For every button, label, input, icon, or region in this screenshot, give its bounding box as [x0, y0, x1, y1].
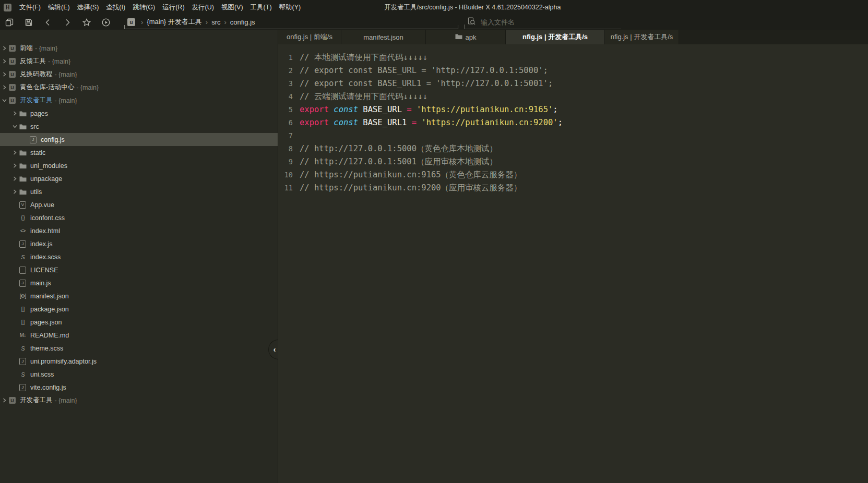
- code-editor[interactable]: 1// 本地测试请使用下面代码↓↓↓↓↓2// export const BAS…: [278, 44, 868, 483]
- tree-item[interactable]: Jmain.js: [0, 276, 278, 289]
- menu-item[interactable]: 工具(T): [247, 0, 276, 15]
- code-token: const: [334, 105, 358, 114]
- menu-item[interactable]: 跳转(G): [129, 0, 159, 15]
- chevron-right-icon[interactable]: [1, 85, 8, 90]
- tree-item-label: unpackage: [30, 175, 62, 183]
- run-icon[interactable]: [100, 17, 112, 28]
- code-line[interactable]: 10// https://putianikun.cn:9165（黄色仓库云服务器…: [278, 168, 868, 182]
- tree-item[interactable]: unpackage: [0, 172, 278, 185]
- tree-item-label: package.json: [30, 306, 69, 313]
- tree-item[interactable]: utils: [0, 185, 278, 198]
- tree-item-label: pages.json: [30, 319, 62, 326]
- tree-item[interactable]: VApp.vue: [0, 198, 278, 211]
- code-token: [412, 105, 417, 114]
- save-icon[interactable]: [23, 17, 34, 28]
- tree-item[interactable]: <>index.html: [0, 224, 278, 237]
- tree-item[interactable]: { }iconfont.css: [0, 211, 278, 224]
- forward-icon[interactable]: [62, 17, 73, 28]
- tree-item-label: uni.scss: [30, 371, 54, 378]
- tree-item[interactable]: static: [0, 146, 278, 159]
- editor-tab[interactable]: nfig.js | 开发者工具/s: [605, 30, 679, 44]
- code-line[interactable]: 7: [278, 129, 868, 142]
- editor-tab[interactable]: apk: [426, 30, 506, 44]
- tree-item[interactable]: [⚙]manifest.json: [0, 289, 278, 303]
- menu-item[interactable]: 编辑(E): [44, 0, 74, 15]
- uniapp-project-icon: u: [127, 18, 135, 26]
- tree-item[interactable]: Stheme.scss: [0, 342, 278, 355]
- tab-label: nfig.js | 开发者工具/s: [522, 32, 588, 42]
- uniapp-project-icon: U: [8, 397, 17, 404]
- tree-item[interactable]: U前端 - {main}: [0, 42, 278, 55]
- tree-item[interactable]: [ ]package.json: [0, 303, 278, 316]
- tree-item[interactable]: M↓README.md: [0, 329, 278, 342]
- breadcrumb-separator: ›: [141, 18, 143, 26]
- chevron-right-icon[interactable]: [1, 398, 8, 403]
- tree-item[interactable]: Jvite.config.js: [0, 381, 278, 394]
- chevron-down-icon[interactable]: [1, 98, 8, 103]
- tree-item-label: main.js: [30, 280, 51, 287]
- code-line[interactable]: 4// 云端测试请使用下面代码↓↓↓↓↓: [278, 90, 868, 103]
- tree-item[interactable]: U黄色仓库-活动中心 - {main}: [0, 81, 278, 94]
- favorite-star-icon[interactable]: [81, 17, 92, 28]
- tree-item[interactable]: U开发者工具 - {main}: [0, 394, 278, 407]
- tree-item[interactable]: Suni.scss: [0, 368, 278, 381]
- editor-tab[interactable]: manifest.json: [341, 30, 426, 44]
- breadcrumb-segment[interactable]: config.js: [230, 18, 255, 26]
- menu-item[interactable]: 文件(F): [16, 0, 44, 15]
- breadcrumb-segment[interactable]: {main} 开发者工具: [147, 17, 201, 27]
- code-token: 'https://putianikun.cn:9200': [421, 118, 557, 127]
- code-line[interactable]: 1// 本地测试请使用下面代码↓↓↓↓↓: [278, 51, 868, 64]
- find-in-files-icon: [468, 17, 475, 27]
- chevron-right-icon[interactable]: [11, 111, 18, 116]
- tree-item[interactable]: pages: [0, 107, 278, 120]
- file-search[interactable]: [465, 16, 621, 29]
- chevron-right-icon[interactable]: [11, 176, 18, 181]
- tree-item[interactable]: U反馈工具 - {main}: [0, 55, 278, 68]
- chevron-right-icon[interactable]: [1, 59, 8, 64]
- tree-item[interactable]: src: [0, 120, 278, 133]
- code-line[interactable]: 3// export const BASE_URL1 = 'http://127…: [278, 77, 868, 90]
- uniapp-project-icon: U: [8, 58, 17, 65]
- tree-item[interactable]: Sindex.scss: [0, 250, 278, 263]
- code-line-text: // http://127.0.0.1:5001（应用审核本地测试）: [293, 155, 497, 168]
- code-line[interactable]: 11// https://putianikun.cn:9200（应用审核云服务器…: [278, 182, 868, 195]
- menu-item[interactable]: 发行(U): [188, 0, 218, 15]
- menu-item[interactable]: 查找(I): [102, 0, 129, 15]
- breadcrumb-segment[interactable]: src: [211, 18, 220, 26]
- chevron-right-icon[interactable]: [11, 150, 18, 155]
- tree-item-label: vite.config.js: [30, 384, 66, 391]
- menu-item[interactable]: 选择(S): [74, 0, 103, 15]
- code-line[interactable]: 8// http://127.0.0.1:5000（黄色仓库本地测试）: [278, 142, 868, 155]
- branch-suffix: - {main}: [55, 71, 77, 78]
- code-line-text: export const BASE_URL1 = 'https://putian…: [293, 116, 563, 129]
- new-file-icon[interactable]: [4, 17, 15, 28]
- chevron-right-icon[interactable]: [1, 72, 8, 77]
- back-icon[interactable]: [42, 17, 54, 28]
- search-input[interactable]: [480, 18, 621, 27]
- tree-item[interactable]: uni_modules: [0, 159, 278, 172]
- tree-item[interactable]: LICENSE: [0, 263, 278, 276]
- tree-item[interactable]: Juni.promisify.adaptor.js: [0, 355, 278, 368]
- tree-item[interactable]: Jindex.js: [0, 237, 278, 250]
- menu-item[interactable]: 视图(V): [218, 0, 247, 15]
- code-line[interactable]: 2// export const BASE_URL = 'http://127.…: [278, 64, 868, 77]
- tree-item-label: pages: [30, 110, 48, 117]
- tree-item[interactable]: U开发者工具 - {main}: [0, 94, 278, 107]
- tree-item[interactable]: Jconfig.js: [0, 133, 278, 146]
- breadcrumb-separator: ›: [206, 18, 208, 26]
- editor-tab[interactable]: onfig.js | 前端/s: [278, 30, 341, 44]
- breadcrumb[interactable]: u ›{main} 开发者工具›src›config.js: [124, 16, 458, 29]
- editor-tab[interactable]: nfig.js | 开发者工具/s: [506, 30, 605, 44]
- chevron-right-icon[interactable]: [11, 189, 18, 194]
- menu-item[interactable]: 运行(R): [159, 0, 188, 15]
- code-line[interactable]: 9// http://127.0.0.1:5001（应用审核本地测试）: [278, 155, 868, 168]
- chevron-down-icon[interactable]: [11, 124, 18, 129]
- vue-file-icon: V: [18, 201, 27, 209]
- chevron-right-icon[interactable]: [11, 163, 18, 168]
- code-line[interactable]: 6export const BASE_URL1 = 'https://putia…: [278, 116, 868, 129]
- tree-item[interactable]: U兑换码教程 - {main}: [0, 68, 278, 81]
- tree-item[interactable]: [ ]pages.json: [0, 316, 278, 329]
- chevron-right-icon[interactable]: [1, 46, 8, 51]
- code-line[interactable]: 5export const BASE_URL = 'https://putian…: [278, 103, 868, 116]
- menu-item[interactable]: 帮助(Y): [276, 0, 305, 15]
